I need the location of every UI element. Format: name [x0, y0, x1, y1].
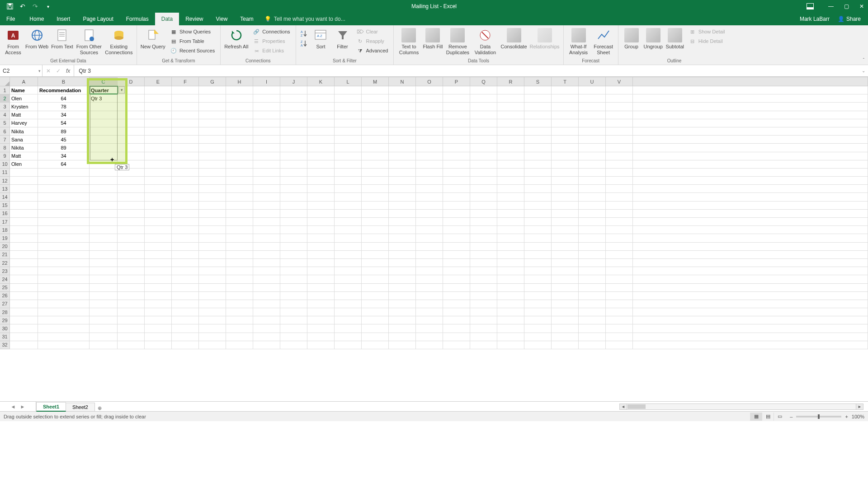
cell-C21[interactable] — [90, 251, 118, 259]
cell-R15[interactable] — [497, 202, 524, 210]
cell-N23[interactable] — [389, 267, 416, 275]
row-header-31[interactable]: 31 — [0, 333, 10, 341]
cell-P24[interactable] — [443, 275, 470, 283]
cell-D22[interactable] — [118, 259, 145, 267]
cell-I30[interactable] — [253, 324, 280, 333]
cell-M6[interactable] — [362, 127, 389, 136]
row-header-8[interactable]: 8 — [0, 144, 10, 152]
cell-A7[interactable]: Sana — [10, 136, 38, 144]
cell-F16[interactable] — [172, 210, 199, 218]
sort-button[interactable]: A ZSort — [311, 27, 330, 50]
cell-K13[interactable] — [307, 185, 335, 193]
show-queries-button[interactable]: ▦Show Queries — [168, 27, 217, 36]
cell-F21[interactable] — [172, 251, 199, 259]
cell-E16[interactable] — [145, 210, 172, 218]
cell-B3[interactable]: 78 — [38, 103, 90, 111]
cell-H9[interactable] — [226, 152, 253, 160]
cell-B26[interactable] — [38, 292, 90, 300]
cell-K25[interactable] — [307, 284, 335, 292]
tab-page-layout[interactable]: Page Layout — [76, 13, 119, 25]
cell-U31[interactable] — [579, 333, 606, 341]
cell-C12[interactable] — [90, 177, 118, 185]
cell-F30[interactable] — [172, 324, 199, 333]
cell-H6[interactable] — [226, 127, 253, 136]
cell-S31[interactable] — [524, 333, 552, 341]
cell-V10[interactable] — [606, 160, 633, 169]
cell-J5[interactable] — [280, 119, 307, 127]
cell-B27[interactable] — [38, 300, 90, 308]
cell-I17[interactable] — [253, 218, 280, 226]
cell-U6[interactable] — [579, 127, 606, 136]
cell-B9[interactable]: 34 — [38, 152, 90, 160]
cell-F12[interactable] — [172, 177, 199, 185]
sheet-tab-sheet2[interactable]: Sheet2 — [66, 403, 95, 411]
cell-B30[interactable] — [38, 324, 90, 333]
cell-A30[interactable] — [10, 324, 38, 333]
cell-V27[interactable] — [606, 300, 633, 308]
cell-N5[interactable] — [389, 119, 416, 127]
from-web-button[interactable]: From Web — [25, 27, 48, 50]
cell-L20[interactable] — [335, 243, 362, 251]
cell-J12[interactable] — [280, 177, 307, 185]
forecast-sheet-button[interactable]: Forecast Sheet — [593, 27, 614, 55]
cell-B12[interactable] — [38, 177, 90, 185]
cell-F23[interactable] — [172, 267, 199, 275]
cell-A15[interactable] — [10, 202, 38, 210]
column-header-A[interactable]: A — [10, 77, 38, 86]
tab-insert[interactable]: Insert — [50, 13, 76, 25]
cell-A6[interactable]: Nikita — [10, 127, 38, 136]
cell-D2[interactable] — [118, 94, 145, 103]
cell-H14[interactable] — [226, 193, 253, 201]
cell-I23[interactable] — [253, 267, 280, 275]
cell-Q26[interactable] — [470, 292, 497, 300]
cell-G3[interactable] — [199, 103, 226, 111]
cell-A13[interactable] — [10, 185, 38, 193]
cell-F24[interactable] — [172, 275, 199, 283]
ungroup-button[interactable]: Ungroup — [644, 27, 663, 50]
cell-V8[interactable] — [606, 144, 633, 152]
cell-L28[interactable] — [335, 308, 362, 316]
cell-A12[interactable] — [10, 177, 38, 185]
zoom-level[interactable]: 100% — [852, 414, 864, 419]
cell-M18[interactable] — [362, 226, 389, 234]
cell-L25[interactable] — [335, 284, 362, 292]
cell-E32[interactable] — [145, 341, 172, 349]
cell-P30[interactable] — [443, 324, 470, 333]
cell-T29[interactable] — [552, 316, 579, 324]
cell-I26[interactable] — [253, 292, 280, 300]
cell-Q29[interactable] — [470, 316, 497, 324]
cell-J26[interactable] — [280, 292, 307, 300]
formula-cancel-icon[interactable]: ✕ — [46, 68, 51, 74]
cell-O26[interactable] — [416, 292, 443, 300]
cell-H5[interactable] — [226, 119, 253, 127]
cell-H20[interactable] — [226, 243, 253, 251]
cell-N9[interactable] — [389, 152, 416, 160]
cell-F8[interactable] — [172, 144, 199, 152]
cell-D26[interactable] — [118, 292, 145, 300]
cell-V1[interactable] — [606, 86, 633, 94]
cell-O32[interactable] — [416, 341, 443, 349]
cell-K30[interactable] — [307, 324, 335, 333]
remove-duplicates-button[interactable]: Remove Duplicates — [445, 27, 470, 55]
cell-S7[interactable] — [524, 136, 552, 144]
cell-A8[interactable]: Nikita — [10, 144, 38, 152]
cell-P27[interactable] — [443, 300, 470, 308]
new-query-button[interactable]: New Query — [141, 27, 165, 50]
sheet-nav-next-icon[interactable]: ► — [20, 404, 25, 409]
cell-Q12[interactable] — [470, 177, 497, 185]
row-header-20[interactable]: 20 — [0, 243, 10, 251]
cell-J13[interactable] — [280, 185, 307, 193]
cell-K5[interactable] — [307, 119, 335, 127]
cell-V13[interactable] — [606, 185, 633, 193]
cell-U27[interactable] — [579, 300, 606, 308]
cell-M5[interactable] — [362, 119, 389, 127]
cell-A28[interactable] — [10, 308, 38, 316]
cell-I25[interactable] — [253, 284, 280, 292]
cell-D30[interactable] — [118, 324, 145, 333]
cell-R30[interactable] — [497, 324, 524, 333]
cell-P26[interactable] — [443, 292, 470, 300]
zoom-out-icon[interactable]: – — [790, 414, 793, 419]
cell-K18[interactable] — [307, 226, 335, 234]
cell-E7[interactable] — [145, 136, 172, 144]
cell-L21[interactable] — [335, 251, 362, 259]
